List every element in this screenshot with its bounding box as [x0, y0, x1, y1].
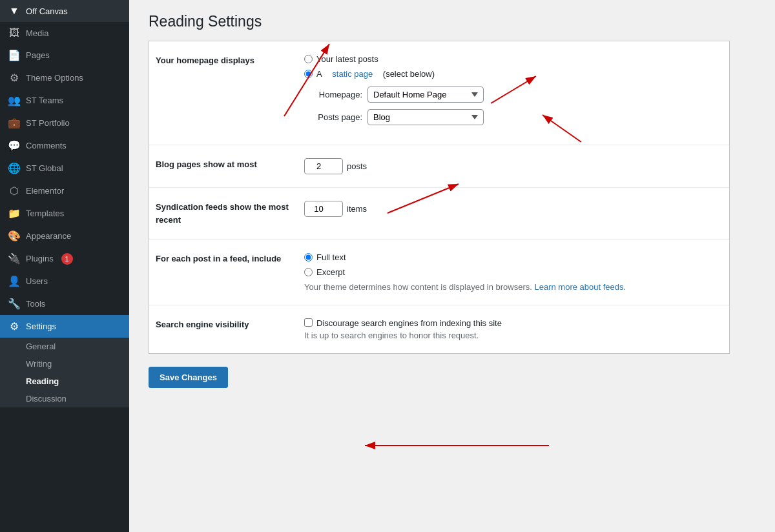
latest-posts-label: Your latest posts	[316, 54, 378, 64]
submenu-general[interactable]: General	[0, 338, 129, 355]
chevron-down-icon: ▼	[8, 5, 21, 17]
page-header: Reading Settings	[149, 13, 756, 30]
sidebar-item-label: ST Global	[26, 163, 63, 173]
syndication-feeds-suffix: items	[347, 204, 367, 214]
search-visibility-description: It is up to search engines to honor this…	[304, 331, 723, 340]
sidebar-item-st-global[interactable]: 🌐 ST Global	[0, 157, 129, 179]
search-visibility-control: Discourage search engines from indexing …	[304, 318, 723, 340]
sidebar-item-label: Media	[26, 28, 48, 38]
search-visibility-checkbox[interactable]	[304, 318, 313, 327]
sidebar-item-appearance[interactable]: 🎨 Appearance	[0, 225, 129, 247]
page-title: Reading Settings	[149, 13, 756, 30]
sidebar-item-elementor[interactable]: ⬡ Elementor	[0, 179, 129, 202]
submenu-discussion[interactable]: Discussion	[0, 390, 129, 407]
full-text-option[interactable]: Full text	[304, 252, 723, 262]
sidebar-item-label: Plugins	[26, 254, 54, 263]
sidebar-item-templates[interactable]: 📁 Templates	[0, 202, 129, 225]
static-page-radio[interactable]	[304, 70, 313, 78]
tools-icon: 🔧	[8, 298, 21, 310]
syndication-feeds-label: Syndication feeds show the most recent	[156, 201, 304, 226]
static-page-suffix: (select below)	[383, 69, 435, 79]
save-changes-button[interactable]: Save Changes	[149, 367, 228, 388]
full-text-label: Full text	[316, 252, 346, 262]
full-text-radio[interactable]	[304, 253, 313, 261]
sidebar-item-users[interactable]: 👤 Users	[0, 270, 129, 292]
homepage-select[interactable]: Default Home Page	[367, 87, 484, 103]
sidebar-item-tools[interactable]: 🔧 Tools	[0, 292, 129, 315]
excerpt-radio[interactable]	[304, 268, 313, 276]
sidebar: ▼ Off Canvas 🖼 Media 📄 Pages ⚙ Theme Opt…	[0, 0, 129, 532]
sidebar-item-plugins[interactable]: 🔌 Plugins 1	[0, 247, 129, 270]
homepage-field-label: Homepage:	[304, 90, 362, 99]
settings-icon: ⚙	[8, 320, 21, 332]
feed-include-row: For each post in a feed, include Full te…	[149, 240, 729, 305]
static-page-text-a: A	[316, 69, 322, 79]
st-global-icon: 🌐	[8, 162, 21, 174]
submenu-writing[interactable]: Writing	[0, 355, 129, 373]
latest-posts-radio[interactable]	[304, 55, 313, 63]
sidebar-item-label: Appearance	[26, 231, 71, 241]
main-content: Reading Settings Your homepage displays …	[129, 0, 775, 532]
sidebar-item-label: Comments	[26, 141, 67, 150]
media-icon: 🖼	[8, 27, 21, 39]
static-page-link[interactable]: static page	[332, 69, 373, 79]
homepage-displays-control: Your latest posts A static page (select …	[304, 54, 723, 132]
syndication-feeds-control: items	[304, 201, 723, 217]
sidebar-item-settings[interactable]: ⚙ Settings	[0, 315, 129, 338]
feed-include-control: Full text Excerpt Your theme determines …	[304, 252, 723, 292]
st-portfolio-icon: 💼	[8, 117, 21, 129]
homepage-displays-row: Your homepage displays Your latest posts…	[149, 41, 729, 145]
templates-icon: 📁	[8, 207, 21, 220]
sidebar-item-label: Settings	[26, 322, 56, 331]
plugins-icon: 🔌	[8, 252, 21, 265]
sidebar-item-label: ST Portfolio	[26, 118, 70, 128]
feed-include-label: For each post in a feed, include	[156, 252, 304, 265]
static-page-option[interactable]: A static page (select below)	[304, 69, 723, 79]
sidebar-item-off-canvas[interactable]: ▼ Off Canvas	[0, 0, 129, 22]
sidebar-item-label: Templates	[26, 209, 64, 218]
posts-page-field-label: Posts page:	[304, 112, 362, 122]
sidebar-item-label: Off Canvas	[26, 6, 68, 16]
excerpt-option[interactable]: Excerpt	[304, 267, 723, 277]
sidebar-item-comments[interactable]: 💬 Comments	[0, 134, 129, 157]
pages-icon: 📄	[8, 49, 21, 61]
appearance-icon: 🎨	[8, 230, 21, 242]
homepage-displays-label: Your homepage displays	[156, 54, 304, 67]
sidebar-item-pages[interactable]: 📄 Pages	[0, 44, 129, 66]
posts-page-field-row: Posts page: Blog	[304, 109, 723, 125]
sidebar-item-media[interactable]: 🖼 Media	[0, 22, 129, 44]
latest-posts-option[interactable]: Your latest posts	[304, 54, 723, 64]
plugins-badge: 1	[61, 253, 73, 265]
theme-options-icon: ⚙	[8, 72, 21, 84]
search-visibility-label: Search engine visibility	[156, 318, 304, 331]
submenu-reading[interactable]: Reading	[0, 373, 129, 390]
feed-include-description: Your theme determines how content is dis…	[304, 282, 723, 292]
blog-pages-row: Blog pages show at most posts	[149, 145, 729, 188]
blog-pages-suffix: posts	[347, 161, 367, 171]
blog-pages-label: Blog pages show at most	[156, 158, 304, 171]
st-teams-icon: 👥	[8, 94, 21, 107]
elementor-icon: ⬡	[8, 185, 21, 197]
blog-pages-input[interactable]	[304, 158, 343, 174]
homepage-sub-fields: Homepage: Default Home Page Posts page: …	[304, 87, 723, 125]
excerpt-label: Excerpt	[316, 267, 345, 277]
sidebar-item-label: Tools	[26, 299, 45, 309]
syndication-feeds-input[interactable]	[304, 201, 343, 217]
sidebar-item-label: Users	[26, 276, 48, 286]
users-icon: 👤	[8, 275, 21, 287]
sidebar-item-st-portfolio[interactable]: 💼 ST Portfolio	[0, 112, 129, 134]
search-visibility-checkbox-label[interactable]: Discourage search engines from indexing …	[304, 318, 723, 328]
learn-more-link[interactable]: Learn more about feeds.	[535, 282, 626, 292]
blog-pages-control: posts	[304, 158, 723, 174]
posts-page-select[interactable]: Blog	[367, 109, 484, 125]
sidebar-item-label: ST Teams	[26, 96, 63, 105]
sidebar-item-theme-options[interactable]: ⚙ Theme Options	[0, 66, 129, 89]
sidebar-item-label: Pages	[26, 50, 50, 60]
homepage-field-row: Homepage: Default Home Page	[304, 87, 723, 103]
sidebar-item-st-teams[interactable]: 👥 ST Teams	[0, 89, 129, 112]
syndication-feeds-row: Syndication feeds show the most recent i…	[149, 188, 729, 240]
settings-submenu: General Writing Reading Discussion	[0, 338, 129, 407]
settings-section: Your homepage displays Your latest posts…	[149, 41, 730, 354]
comments-icon: 💬	[8, 139, 21, 152]
search-visibility-row: Search engine visibility Discourage sear…	[149, 305, 729, 353]
